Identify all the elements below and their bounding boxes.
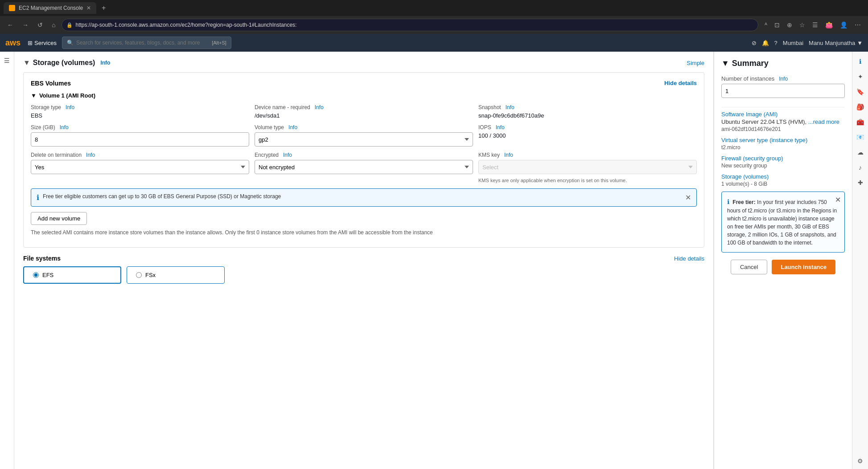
sidebar-menu-icon[interactable]: ☰ <box>2 55 12 66</box>
kms-select[interactable]: Select <box>478 160 697 174</box>
storage-title: ▼ Storage (volumes) Info <box>23 59 110 67</box>
backpack-icon[interactable]: 🎒 <box>854 101 867 113</box>
volume-header[interactable]: ▼ Volume 1 (AMI Root) <box>31 92 697 99</box>
fsx-radio[interactable] <box>136 272 142 278</box>
services-menu[interactable]: ⊞ Services <box>28 40 57 46</box>
ebs-section: EBS Volumes Hide details ▼ Volume 1 (AMI… <box>23 72 704 248</box>
efs-radio[interactable] <box>33 272 39 278</box>
collapse-arrow[interactable]: ▼ <box>23 59 30 67</box>
delete-on-term-info[interactable]: Info <box>86 152 95 158</box>
kms-key-group: KMS key Info Select KMS keys are only ap… <box>478 152 697 183</box>
forward-button[interactable]: → <box>20 20 31 30</box>
encrypted-select[interactable]: Not encrypted Encrypted <box>255 160 473 174</box>
settings-icon[interactable]: ⚙ <box>854 455 867 467</box>
info-banner-text: Free tier eligible customers can get up … <box>43 193 682 200</box>
more-icon[interactable]: ⋯ <box>852 20 864 30</box>
wallet-icon[interactable]: 👛 <box>823 20 835 30</box>
firewall-value: New security group <box>721 163 845 169</box>
volume-type-info[interactable]: Info <box>288 124 297 131</box>
ami-read-more[interactable]: ...read more <box>808 118 839 125</box>
cancel-button[interactable]: Cancel <box>731 260 767 274</box>
volume-type-group: Volume type Info gp2 gp3 io1 io2 <box>255 124 473 147</box>
storage-type-info[interactable]: Info <box>66 104 74 110</box>
size-info[interactable]: Info <box>60 124 69 131</box>
num-instances-input[interactable] <box>721 84 845 98</box>
summary-title-text: Summary <box>732 59 769 68</box>
region-selector[interactable]: Mumbai <box>783 40 803 46</box>
lock-icon: 🔒 <box>66 22 73 28</box>
ami-label[interactable]: Software Image (AMI) <box>721 111 845 118</box>
info-banner-icon: ℹ <box>37 193 39 202</box>
collections-icon[interactable]: ☰ <box>810 20 821 30</box>
aws-search-box[interactable]: 🔍 [Alt+S] <box>62 37 231 49</box>
free-tier-icon: ℹ <box>727 198 729 205</box>
encrypted-label: Encrypted Info <box>255 152 473 158</box>
storage-info-link[interactable]: Info <box>100 60 110 66</box>
music-icon[interactable]: ♪ <box>854 161 867 174</box>
question-icon[interactable]: ? <box>774 40 777 46</box>
profile-icon[interactable]: 👤 <box>837 20 850 30</box>
fsx-option[interactable]: FSx <box>127 266 225 284</box>
add-icon[interactable]: ✚ <box>854 176 867 189</box>
iops-info[interactable]: Info <box>496 124 505 131</box>
sparkle-icon[interactable]: ✦ <box>854 70 867 83</box>
fs-options: EFS FSx <box>23 266 704 284</box>
instance-type-label[interactable]: Virtual server type (instance type) <box>721 137 845 143</box>
num-instances-info[interactable]: Info <box>779 76 788 82</box>
bookmark-icon[interactable]: 🔖 <box>854 86 867 98</box>
home-button[interactable]: ⌂ <box>49 20 58 30</box>
simple-link[interactable]: Simple <box>687 60 704 66</box>
volume-type-select[interactable]: gp2 gp3 io1 io2 <box>255 132 473 147</box>
tab-favicon <box>9 5 15 11</box>
info-panel-icon[interactable]: ℹ <box>854 55 867 68</box>
summary-title: ▼ Summary <box>721 59 845 68</box>
storage-type-value: EBS <box>31 112 249 119</box>
search-shortcut: [Alt+S] <box>212 40 226 45</box>
fs-hide-details-link[interactable]: Hide details <box>674 255 704 262</box>
size-input[interactable] <box>31 132 249 147</box>
fav-icon[interactable]: ☆ <box>797 20 808 30</box>
device-name-info[interactable]: Info <box>315 104 324 110</box>
free-tier-box: ✕ ℹ Free tier: In your first year includ… <box>721 192 845 253</box>
zoom-icon[interactable]: ⊕ <box>784 20 795 30</box>
help-icon[interactable]: ⊘ <box>752 40 757 46</box>
firewall-label[interactable]: Firewall (security group) <box>721 155 845 162</box>
efs-option[interactable]: EFS <box>23 266 121 284</box>
back-button[interactable]: ← <box>4 20 16 30</box>
encrypted-info[interactable]: Info <box>283 152 292 158</box>
launch-instance-button[interactable]: Launch instance <box>772 260 835 274</box>
delete-on-term-group: Delete on termination Info Yes No <box>31 152 249 183</box>
fsx-label: FSx <box>145 272 156 278</box>
address-bar[interactable]: 🔒 https://ap-south-1.console.aws.amazon.… <box>62 19 758 31</box>
main-wrapper: ☰ ▼ Storage (volumes) Info Simple EBS Vo… <box>0 52 868 469</box>
mail-icon[interactable]: 📧 <box>854 131 867 143</box>
kms-info[interactable]: Info <box>504 152 513 158</box>
summary-collapse-arrow[interactable]: ▼ <box>721 59 729 68</box>
device-name-group: Device name - required Info /dev/sda1 <box>255 104 473 119</box>
refresh-button[interactable]: ↺ <box>35 20 45 30</box>
add-volume-button[interactable]: Add new volume <box>31 212 87 225</box>
delete-on-term-select[interactable]: Yes No <box>31 160 249 174</box>
bell-icon[interactable]: 🔔 <box>762 40 769 46</box>
tab-close-button[interactable]: ✕ <box>86 5 91 11</box>
user-menu[interactable]: Manu Manjunatha ▼ <box>809 40 863 46</box>
storage-title-text: Storage (volumes) <box>33 59 95 67</box>
reader-icon[interactable]: ⊡ <box>772 20 782 30</box>
new-tab-button[interactable]: + <box>99 3 108 13</box>
storage-section-header: ▼ Storage (volumes) Info Simple <box>23 59 704 67</box>
snapshot-info[interactable]: Info <box>506 104 514 110</box>
toolbox-icon[interactable]: 🧰 <box>854 116 867 128</box>
aws-search-input[interactable] <box>76 40 209 46</box>
free-tier-close-button[interactable]: ✕ <box>835 196 841 204</box>
ami-id: ami-062df10d14676e201 <box>721 126 845 132</box>
hide-details-link[interactable]: Hide details <box>664 80 697 87</box>
device-name-value: /dev/sda1 <box>255 112 473 119</box>
volume-collapse-icon: ▼ <box>31 92 37 99</box>
volume-row-1: Storage type Info EBS Device name - requ… <box>31 104 697 119</box>
read-mode-icon[interactable]: ᴬ <box>762 20 770 30</box>
file-systems-section: File systems Hide details EFS FSx <box>23 255 704 284</box>
info-banner-close-button[interactable]: ✕ <box>685 193 691 202</box>
cloud-icon[interactable]: ☁ <box>854 146 867 159</box>
browser-tab[interactable]: EC2 Management Console ✕ <box>4 2 96 14</box>
storage-label[interactable]: Storage (volumes) <box>721 173 845 180</box>
